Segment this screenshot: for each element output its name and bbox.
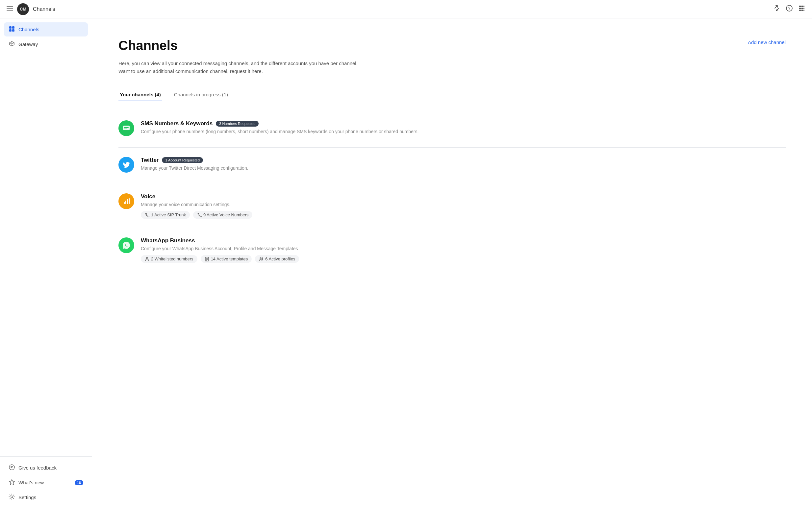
app-logo: CM bbox=[17, 3, 29, 15]
channels-icon bbox=[8, 26, 15, 33]
voice-logo bbox=[119, 193, 134, 209]
voice-info: Voice Manage your voice communication se… bbox=[141, 193, 786, 219]
doc-icon bbox=[205, 257, 209, 262]
sms-info: SMS Numbers & Keywords 3 Numbers Request… bbox=[141, 120, 786, 138]
whatsapp-desc: Configure your WhatsApp Business Account… bbox=[141, 246, 786, 251]
svg-rect-13 bbox=[804, 10, 805, 11]
main-content: Channels Here, you can view all your con… bbox=[92, 19, 812, 509]
sms-name: SMS Numbers & Keywords bbox=[141, 120, 213, 127]
settings-icon bbox=[8, 494, 15, 501]
svg-rect-6 bbox=[802, 6, 803, 7]
hamburger-icon[interactable] bbox=[7, 5, 13, 13]
sidebar-item-channels-label: Channels bbox=[19, 27, 39, 32]
voice-desc: Manage your voice communication settings… bbox=[141, 202, 786, 207]
feedback-icon bbox=[8, 464, 15, 472]
svg-rect-16 bbox=[9, 29, 11, 32]
sidebar-item-gateway[interactable]: Gateway bbox=[4, 37, 88, 51]
whats-new-badge: 16 bbox=[75, 480, 83, 485]
svg-rect-17 bbox=[12, 29, 14, 32]
svg-rect-14 bbox=[9, 26, 11, 29]
svg-rect-11 bbox=[799, 10, 801, 11]
grid-icon[interactable] bbox=[798, 5, 805, 13]
whatsapp-name-row: WhatsApp Business bbox=[141, 237, 786, 244]
tab-in-progress[interactable]: Channels in progress (1) bbox=[173, 89, 229, 101]
channel-item-voice[interactable]: Voice Manage your voice communication se… bbox=[119, 184, 786, 228]
navbar: CM Channels ? bbox=[0, 0, 812, 19]
svg-rect-10 bbox=[804, 8, 805, 9]
sidebar-item-channels[interactable]: Channels bbox=[4, 22, 88, 36]
sidebar-bottom: Give us feedback What's new 16 Settings bbox=[0, 456, 92, 505]
svg-text:?: ? bbox=[788, 6, 791, 11]
voice-name-row: Voice bbox=[141, 193, 786, 200]
sidebar: Channels Gateway Give us feedback bbox=[0, 19, 92, 509]
svg-rect-25 bbox=[129, 198, 130, 204]
sms-logo bbox=[119, 120, 134, 136]
svg-rect-5 bbox=[799, 6, 801, 7]
twitter-logo bbox=[119, 157, 134, 173]
whatsapp-tag-whitelisted: 2 Whitelisted numbers bbox=[141, 255, 197, 263]
tab-your-channels[interactable]: Your channels (4) bbox=[119, 89, 162, 101]
voice-tag-sip: 1 Active SIP Trunk bbox=[141, 211, 190, 219]
svg-rect-12 bbox=[802, 10, 803, 11]
sidebar-item-whats-new[interactable]: What's new 16 bbox=[4, 475, 88, 489]
svg-rect-8 bbox=[799, 8, 801, 9]
svg-point-31 bbox=[260, 258, 261, 259]
channel-list: SMS Numbers & Keywords 3 Numbers Request… bbox=[119, 111, 786, 272]
whatsapp-tag-profiles: 6 Active profiles bbox=[255, 255, 299, 263]
sidebar-item-feedback[interactable]: Give us feedback bbox=[4, 461, 88, 475]
whatsapp-tags: 2 Whitelisted numbers 14 Active template… bbox=[141, 255, 786, 263]
feedback-label: Give us feedback bbox=[19, 465, 57, 471]
twitter-name-row: Twitter 1 Account Requested bbox=[141, 157, 786, 163]
navbar-right: ? bbox=[773, 5, 805, 13]
page-title: Channels bbox=[119, 38, 358, 53]
svg-rect-15 bbox=[12, 26, 14, 29]
whatsapp-logo bbox=[119, 237, 134, 253]
channel-item-whatsapp[interactable]: WhatsApp Business Configure your WhatsAp… bbox=[119, 228, 786, 272]
svg-point-26 bbox=[147, 257, 148, 259]
phone-icon-2 bbox=[197, 213, 202, 217]
svg-marker-19 bbox=[9, 479, 14, 485]
whatsapp-tag-templates: 14 Active templates bbox=[201, 255, 252, 263]
page-desc-line2: Want to use an additional communication … bbox=[119, 67, 358, 75]
gateway-icon bbox=[8, 40, 15, 48]
svg-rect-7 bbox=[804, 6, 805, 7]
voice-tag-numbers: 9 Active Voice Numbers bbox=[193, 211, 252, 219]
page-header-text: Channels Here, you can view all your con… bbox=[119, 38, 358, 75]
help-icon[interactable]: ? bbox=[786, 5, 793, 13]
sidebar-item-settings[interactable]: Settings bbox=[4, 490, 88, 504]
tabs: Your channels (4) Channels in progress (… bbox=[119, 89, 786, 101]
svg-rect-22 bbox=[124, 202, 125, 204]
svg-rect-1 bbox=[7, 8, 13, 8]
whatsapp-info: WhatsApp Business Configure your WhatsAp… bbox=[141, 237, 786, 263]
twitter-badge: 1 Account Requested bbox=[162, 157, 203, 163]
navbar-left: CM Channels bbox=[7, 3, 55, 15]
channel-item-twitter[interactable]: Twitter 1 Account Requested Manage your … bbox=[119, 148, 786, 184]
svg-point-32 bbox=[262, 258, 263, 259]
svg-rect-0 bbox=[7, 6, 13, 7]
whatsapp-name: WhatsApp Business bbox=[141, 237, 195, 244]
sms-name-row: SMS Numbers & Keywords 3 Numbers Request… bbox=[141, 120, 786, 127]
user-icon bbox=[145, 257, 150, 262]
share-icon[interactable] bbox=[773, 5, 780, 13]
channel-item-sms[interactable]: SMS Numbers & Keywords 3 Numbers Request… bbox=[119, 111, 786, 148]
sidebar-item-gateway-label: Gateway bbox=[19, 41, 38, 47]
svg-rect-24 bbox=[127, 199, 128, 204]
svg-rect-23 bbox=[125, 201, 126, 204]
svg-rect-2 bbox=[7, 10, 13, 10]
voice-tags: 1 Active SIP Trunk 9 Active Voice Number… bbox=[141, 211, 786, 219]
sms-badge: 3 Numbers Requested bbox=[216, 121, 259, 127]
twitter-info: Twitter 1 Account Requested Manage your … bbox=[141, 157, 786, 175]
sms-desc: Configure your phone numbers (long numbe… bbox=[141, 129, 786, 134]
app-title: Channels bbox=[33, 6, 55, 12]
whats-new-icon bbox=[8, 479, 15, 486]
sidebar-nav: Channels Gateway bbox=[0, 22, 92, 456]
svg-rect-9 bbox=[802, 8, 803, 9]
twitter-desc: Manage your Twitter Direct Messaging con… bbox=[141, 165, 786, 171]
users-icon bbox=[259, 257, 264, 262]
page-desc-line1: Here, you can view all your connected me… bbox=[119, 60, 358, 67]
twitter-name: Twitter bbox=[141, 157, 159, 163]
add-channel-button[interactable]: Add new channel bbox=[748, 39, 786, 45]
settings-label: Settings bbox=[19, 495, 36, 500]
whats-new-label: What's new bbox=[19, 480, 44, 485]
svg-point-20 bbox=[11, 496, 13, 498]
